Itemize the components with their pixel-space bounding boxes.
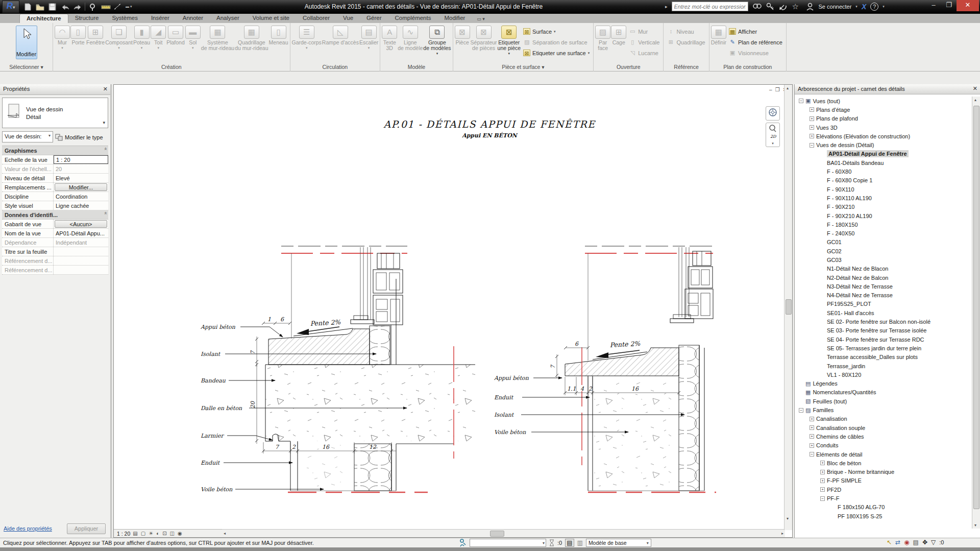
collapse-icon[interactable]: − (820, 496, 825, 501)
sign-in-dropdown-icon[interactable]: ▾ (855, 5, 857, 9)
select-links-icon[interactable]: ⇄ (895, 539, 900, 546)
tree-item-pf2d[interactable]: +PF2D (796, 485, 971, 494)
property-section-7[interactable]: Données d'identifi...« (2, 210, 108, 220)
subscription-key-icon[interactable] (766, 2, 775, 11)
expand-icon[interactable]: + (820, 478, 825, 483)
collapse-icon[interactable]: − (810, 143, 814, 148)
tree-item-f-180x150-alg-70[interactable]: F 180x150 ALG-70 (796, 503, 971, 512)
ribbon-button-escalier[interactable]: ▤Escalier▾ (359, 24, 378, 63)
ribbon-button-visionneuse[interactable]: ▣Visionneuse (727, 47, 785, 58)
property-button[interactable]: Modifier... (55, 183, 107, 191)
tree-item-f-90x110[interactable]: F - 90X110 (796, 185, 971, 194)
undo-icon[interactable]: ▾ (60, 3, 69, 11)
tab-analyser[interactable]: Analyser (210, 14, 246, 23)
dropdown-arrow-icon[interactable]: ▾ (157, 46, 159, 50)
collapse-icon[interactable]: − (799, 408, 803, 413)
tree-item-brique-norme-britannique[interactable]: +Brique - Norme britannique (796, 467, 971, 476)
reveal-hidden-icon[interactable]: ◉ (178, 531, 182, 536)
ribbon-button-afficher[interactable]: ▦Afficher (727, 26, 785, 37)
tree-item-n4-d-tail-nez-de-terrasse[interactable]: N4-Détail Nez de Terrasse (796, 291, 971, 300)
ribbon-button-quadrillage-du-mur-rideau[interactable]: ▦Quadrillage du mur-rideau (235, 24, 268, 63)
tree-item-f-240x50[interactable]: F - 240X50 (796, 229, 971, 237)
tree-item-chemins-de-c-bles[interactable]: +Chemins de câbles (796, 432, 971, 441)
property-row-9[interactable]: Nom de la vueAP01-Détail Appu... (2, 229, 108, 238)
tree-item-el-vations-el-vation-de-construction-[interactable]: +Elévations (Elévation de construction) (796, 132, 971, 140)
ribbon-button-quadrillage[interactable]: ⊞Quadrillage (665, 37, 707, 47)
tree-item-canalisation[interactable]: +Canalisation (796, 415, 971, 423)
tree-item-gc03[interactable]: GC03 (796, 255, 971, 264)
press-drag-icon[interactable]: ↖ (887, 539, 892, 546)
tree-item-se01-hall-d-acc-s[interactable]: SE01- Hall d'accès (796, 308, 971, 317)
view-scale[interactable]: 1 : 20 (117, 531, 130, 537)
tab-volume-et-site[interactable]: Volume et site (246, 14, 296, 23)
tree-item-ap01-d-tail-appui-de-fen-tre[interactable]: AP01-Détail Appui de Fenêtre (796, 150, 971, 158)
horizontal-scrollbar[interactable]: ◂ ▸ (222, 529, 785, 537)
tab-annoter[interactable]: Annoter (176, 14, 210, 23)
tree-item-plans-d-tage[interactable]: +Plans d'étage (796, 105, 971, 114)
tree-item-f-90x210[interactable]: F - 90X210 (796, 203, 971, 211)
project-browser-header[interactable]: Arborescence du projet - carnet des déta… (795, 84, 980, 94)
modify-button[interactable]: Modifier (16, 26, 37, 59)
tree-item-familles[interactable]: −▨Familles (796, 405, 971, 414)
ribbon-button-rampe-d-acc-s[interactable]: ◺Rampe d'accès (322, 24, 359, 63)
panel-label[interactable]: Circulation (290, 63, 380, 71)
tree-item-f-90x110-al190[interactable]: F - 90X110 AL190 (796, 194, 971, 202)
help-search-input[interactable] (672, 2, 748, 11)
expand-icon[interactable]: + (810, 134, 814, 138)
property-row-8[interactable]: Gabarit de vue<Aucun> (2, 220, 108, 229)
ribbon-button-s-paration-de-surface[interactable]: ▨Séparation de surface (521, 37, 592, 47)
type-dropdown-icon[interactable]: ▾ (103, 120, 105, 125)
tree-item-terrasse-jardin[interactable]: Terrasse_jardin (796, 362, 971, 370)
tree-item-f-pf-simple[interactable]: +F-PF SIMPLE (796, 476, 971, 485)
steering-wheel-icon[interactable] (766, 106, 780, 121)
panel-label[interactable]: Ouverture (594, 63, 663, 71)
dropdown-arrow-icon[interactable]: ▾ (508, 52, 510, 56)
browser-scroll-up-icon[interactable]: ▴ (974, 98, 976, 102)
ribbon-button-etiqueter-une-surface[interactable]: ⊠Etiqueter une surface▾ (521, 47, 592, 58)
zoom-dropdown-icon[interactable]: ▾ (766, 141, 779, 146)
panel-label[interactable]: Modèle (380, 63, 452, 71)
ribbon-button-mur[interactable]: ▭Mur (627, 26, 662, 37)
panel-label[interactable]: Plan de construction (709, 63, 786, 71)
worksets-combo[interactable]: ▾ (470, 539, 546, 547)
expand-icon[interactable]: + (810, 434, 814, 439)
ribbon-button-mur[interactable]: ◠Mur▾ (55, 24, 70, 63)
ribbon-button-groupe-de-mod-les[interactable]: ⧉Groupe de modèles▾ (423, 24, 451, 63)
ribbon-button-toit[interactable]: ◢Toit▾ (151, 24, 166, 63)
ribbon-button-garde-corps[interactable]: ☰Garde-corps▾ (292, 24, 322, 63)
tree-item-gc02[interactable]: GC02 (796, 247, 971, 255)
property-row-1[interactable]: Echelle de la vue1 : 20 (2, 155, 108, 164)
dropdown-arrow-icon[interactable]: ▾ (192, 46, 194, 50)
browser-scrollbar[interactable]: ▴ ▾ (972, 97, 980, 529)
select-pinned-icon[interactable]: ◉ (904, 539, 909, 546)
search-expand-icon[interactable]: ▸ (665, 4, 668, 9)
property-value[interactable] (54, 256, 108, 265)
tree-item-f-90x210-al190[interactable]: F - 90X210 AL190 (796, 211, 971, 220)
tree-item-f-180x150[interactable]: F - 180X150 (796, 220, 971, 229)
tree-item-canalisation-souple[interactable]: +Canalisation souple (796, 423, 971, 432)
revit-logo[interactable]: R▾ (2, 1, 19, 13)
exchange-apps-icon[interactable]: X (862, 3, 866, 11)
expand-icon[interactable]: + (810, 417, 814, 421)
tree-item-feuilles-tout-[interactable]: ▧Feuilles (tout) (796, 397, 971, 405)
dropdown-arrow-icon[interactable]: ▾ (588, 51, 590, 55)
ribbon-button-texte-3d[interactable]: ATexte 3D (382, 24, 397, 63)
tree-item-se-02-porte-fen-tre-sur-balcon-non-isol-[interactable]: SE 02- Porte fenêtre sur Balcon non-isol… (796, 317, 971, 326)
expand-icon[interactable]: + (820, 470, 825, 474)
shadows-icon[interactable]: ◐ (156, 531, 159, 536)
property-value[interactable]: 20 (54, 164, 108, 173)
property-value[interactable]: <Aucun> (54, 220, 108, 228)
tree-item-n3-d-tail-nez-de-terrasse[interactable]: N3-Détail Nez de Terrasse (796, 282, 971, 291)
property-row-11[interactable]: Titre sur la feuille (2, 247, 108, 256)
selection-filter-icon[interactable]: ▽ (931, 539, 936, 546)
tree-item-terrasse-accessible-dalles-sur-plots[interactable]: Terrasse accessible_Dalles sur plots (796, 353, 971, 362)
tree-item-vues-tout-[interactable]: −▣Vues (tout) (796, 97, 971, 105)
tree-item-se-05-terrasses-jardin-dur-terre-plein[interactable]: SE 05- Terrasses jardin dur terre plein (796, 344, 971, 352)
restore-button[interactable]: ❐ (941, 0, 957, 11)
property-value[interactable] (54, 247, 108, 256)
tab-structure[interactable]: Structure (68, 14, 106, 23)
ribbon-button-fen-tre[interactable]: ⊞Fenêtre (86, 24, 105, 63)
property-row-3[interactable]: Niveau de détailElevé (2, 174, 108, 183)
tree-item-se-03-porte-fen-tre-sur-terrasse-isol-e[interactable]: SE 03- Porte fenêtre sur Terrasse isolée (796, 326, 971, 335)
section-collapse-icon[interactable]: « (101, 148, 110, 153)
